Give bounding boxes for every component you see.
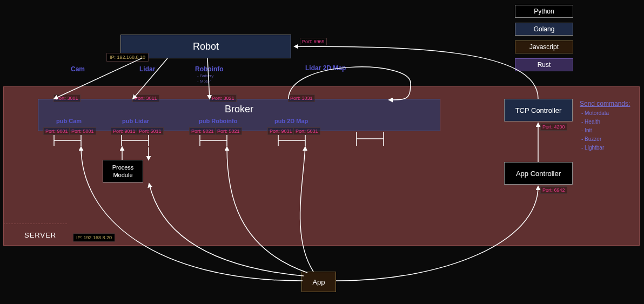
- broker-title: Broker: [38, 104, 440, 115]
- node-tcp-controller: TCP Controller: [504, 99, 573, 121]
- node-app: App: [301, 272, 336, 292]
- port-5031: Port: 5031: [293, 127, 320, 135]
- port-6942: Port: 6942: [540, 186, 567, 194]
- port-9021: Port: 9021: [189, 127, 216, 135]
- legend-golang: Golang: [515, 23, 573, 36]
- port-9001: Port: 9001: [43, 127, 70, 135]
- send-cmd-3: - Init: [581, 126, 592, 135]
- port-4200: Port: 4200: [540, 123, 567, 131]
- legend-javascript: Javascript: [515, 40, 573, 53]
- node-broker: Broker: [38, 99, 440, 131]
- pub-roboinfo: pub Roboinfo: [199, 118, 237, 124]
- output-cam: Cam: [71, 65, 85, 73]
- send-cmd-4: - Buzzer: [581, 135, 601, 144]
- port-9031: Port: 9031: [267, 127, 294, 135]
- port-3001: Port: 3001: [53, 94, 81, 102]
- robot-port-6969: Port: 6969: [300, 38, 327, 45]
- pm-line2: Module: [113, 172, 132, 178]
- node-process-module: Process Module: [103, 160, 143, 183]
- pub-cam: pub Cam: [56, 118, 82, 124]
- pub-2dmap: pub 2D Map: [274, 118, 308, 124]
- output-lidar2d: Lidar 2D Map: [305, 64, 346, 72]
- send-cmd-2: - Health: [581, 118, 600, 126]
- server-label: SERVER: [24, 231, 56, 239]
- legend-rust: Rust: [515, 58, 573, 71]
- send-commands-title: Send commands:: [580, 100, 630, 107]
- server-ip: IP: 192.168.8.20: [73, 233, 115, 242]
- port-5011: Port: 5011: [137, 127, 164, 135]
- send-cmd-1: - Motordata: [581, 109, 609, 118]
- output-roboinfo: Roboinfo: [195, 65, 224, 73]
- port-5021: Port: 5021: [215, 127, 242, 135]
- node-app-controller: App Controller: [504, 162, 573, 185]
- roboinfo-sub2: - Motor: [197, 79, 211, 84]
- roboinfo-sub1: - Battery: [197, 73, 213, 78]
- send-cmd-5: - Lightbar: [581, 144, 604, 152]
- port-9011: Port: 9011: [111, 127, 138, 135]
- legend-python: Python: [515, 5, 573, 18]
- port-3011: Port: 3011: [132, 94, 159, 102]
- pub-lidar: pub Lidar: [122, 118, 149, 124]
- pm-line1: Process: [112, 164, 134, 171]
- port-3021: Port: 3021: [210, 94, 237, 102]
- output-lidar: Lidar: [139, 65, 155, 73]
- port-5001: Port: 5001: [69, 127, 96, 135]
- robot-ip: IP: 192.168.8.10: [106, 53, 149, 62]
- port-3031: Port: 3031: [288, 94, 315, 102]
